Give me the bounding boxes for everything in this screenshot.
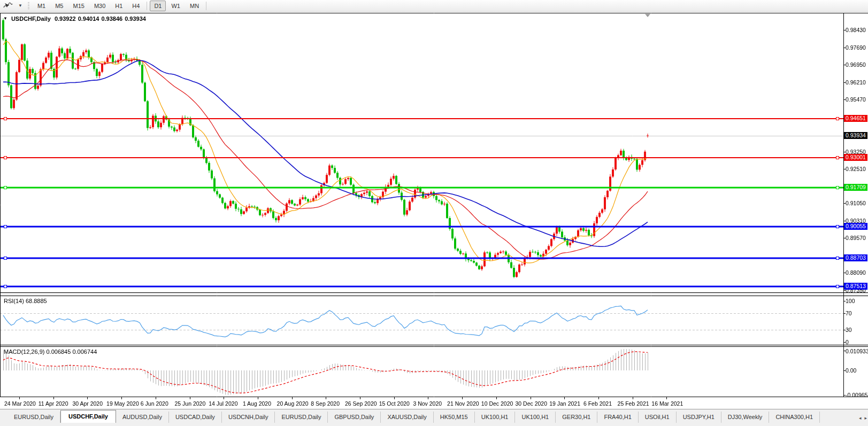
timeframe-button-H4[interactable]: H4 [128, 1, 144, 11]
cursor-wave-icon [3, 2, 13, 10]
chart-tab-dj30-weekly[interactable]: DJ30,Weekly [721, 412, 770, 423]
timeframe-button-H1[interactable]: H1 [111, 1, 127, 11]
chart-tabs: EURUSD,DailyUSDCHF,DailyAUDUSD,DailyUSDC… [7, 410, 820, 423]
chart-tab-hk50-m15[interactable]: HK50,M15 [434, 412, 475, 423]
price-chart-canvas[interactable] [0, 12, 868, 409]
mt4-window: ▼ M1M5M15M30H1H4D1W1MN ▼ USDCHF,Daily 0.… [0, 0, 868, 426]
chart-tab-eurusd-daily[interactable]: EURUSD,Daily [275, 412, 328, 423]
chart-tab-usoil-h1[interactable]: USOil,H1 [639, 412, 677, 423]
toolbar-grip-handle[interactable] [28, 2, 29, 10]
chart-tab-xauusd-daily[interactable]: XAUUSD,Daily [381, 412, 433, 423]
timeframe-buttons: M1M5M15M30H1H4D1W1MN [33, 1, 209, 11]
timeframe-button-D1[interactable]: D1 [150, 1, 166, 11]
timeframe-button-M5[interactable]: M5 [51, 1, 67, 11]
chart-tab-usdcad-daily[interactable]: USDCAD,Daily [169, 412, 222, 423]
timeframe-button-M30[interactable]: M30 [90, 1, 110, 11]
chart-tab-bar: EURUSD,DailyUSDCHF,DailyAUDUSD,DailyUSDC… [0, 409, 868, 423]
status-strip [0, 423, 868, 426]
chart-tab-audusd-daily[interactable]: AUDUSD,Daily [116, 412, 169, 423]
timeframe-button-W1[interactable]: W1 [167, 1, 185, 11]
timeframe-button-MN[interactable]: MN [186, 1, 203, 11]
chart-tab-usdchf-daily[interactable]: USDCHF,Daily [60, 410, 116, 423]
arrow-right-icon[interactable]: ▸ [864, 415, 867, 421]
toolbar-separator [206, 2, 206, 10]
line-studies-button[interactable] [2, 1, 14, 11]
timeframe-button-M15[interactable]: M15 [68, 1, 88, 11]
line-studies-dropdown[interactable]: ▼ [16, 1, 25, 11]
chart-tab-china300-h1[interactable]: CHINA300,H1 [769, 412, 820, 423]
timeframe-button-M1[interactable]: M1 [33, 1, 50, 11]
chart-tab-ger30-h1[interactable]: GER30,H1 [556, 412, 597, 423]
chart-tab-usdjpy-h1[interactable]: USDJPY,H1 [677, 412, 721, 423]
toolbar-separator [147, 2, 147, 10]
tab-scroll-buttons: ◂ ▸ [859, 415, 867, 421]
arrow-left-icon[interactable]: ◂ [859, 415, 862, 421]
timeframe-toolbar: ▼ M1M5M15M30H1H4D1W1MN [0, 0, 868, 12]
chart-tab-fra40-h1[interactable]: FRA40,H1 [597, 412, 638, 423]
chart-tab-gbpusd-daily[interactable]: GBPUSD,Daily [328, 412, 381, 423]
chevron-down-icon: ▼ [18, 3, 22, 8]
chart-tab-usdcnh-daily[interactable]: USDCNH,Daily [222, 412, 275, 423]
chart-tab-eurusd-daily[interactable]: EURUSD,Daily [7, 412, 60, 423]
chart-tab-uk100-h1[interactable]: UK100,H1 [515, 412, 556, 423]
chart-tab-uk100-h1[interactable]: UK100,H1 [475, 412, 516, 423]
